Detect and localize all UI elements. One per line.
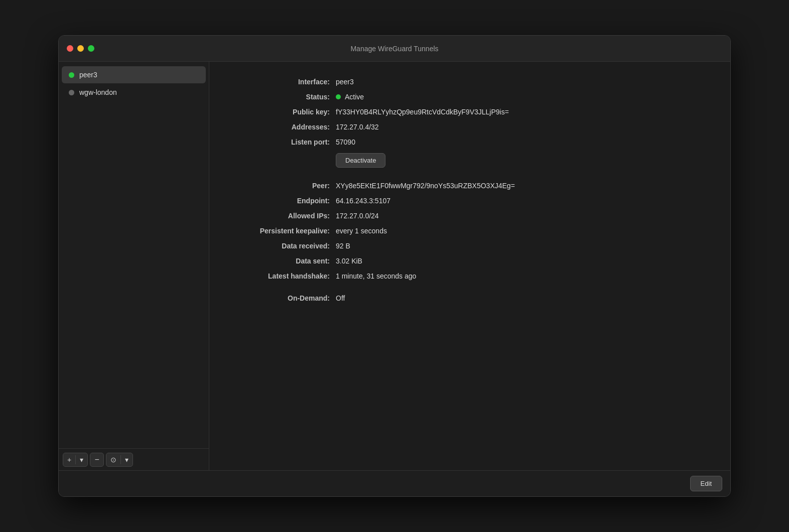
interface-label: Interface: bbox=[229, 78, 330, 86]
datasent-label: Data sent: bbox=[229, 257, 330, 265]
addresses-label: Addresses: bbox=[229, 123, 330, 131]
peer-label: Peer: bbox=[229, 182, 330, 190]
content-area: peer3 wgw-london + ▾ − ⊙ ▾ bbox=[59, 62, 730, 470]
listenport-row: Listen port: 57090 bbox=[229, 138, 710, 146]
latesthandshake-value: 1 minute, 31 seconds ago bbox=[336, 272, 416, 280]
ondemand-section: On-Demand: Off bbox=[229, 294, 710, 302]
latesthandshake-row: Latest handshake: 1 minute, 31 seconds a… bbox=[229, 272, 710, 280]
datareceived-value: 92 B bbox=[336, 242, 350, 250]
action-button-group[interactable]: ⊙ ▾ bbox=[106, 453, 133, 467]
close-button[interactable] bbox=[67, 45, 73, 52]
datareceived-label: Data received: bbox=[229, 242, 330, 250]
ondemand-value: Off bbox=[336, 294, 345, 302]
ondemand-label: On-Demand: bbox=[229, 294, 330, 302]
remove-tunnel-button[interactable]: − bbox=[90, 453, 104, 467]
action-button[interactable]: ⊙ bbox=[106, 453, 120, 466]
window-title: Manage WireGuard Tunnels bbox=[350, 45, 438, 53]
status-dot-active bbox=[69, 72, 74, 78]
peer-row: Peer: XYy8e5EKtE1F0fwwMgr792/9noYs53uRZB… bbox=[229, 182, 710, 190]
allowedips-label: Allowed IPs: bbox=[229, 212, 330, 220]
status-dot-inactive bbox=[69, 90, 74, 95]
endpoint-label: Endpoint: bbox=[229, 197, 330, 205]
interface-section: Interface: peer3 Status: Active Public k… bbox=[229, 78, 710, 168]
deactivate-button[interactable]: Deactivate bbox=[336, 153, 385, 168]
tunnel-list: peer3 wgw-london bbox=[59, 62, 209, 448]
window-controls bbox=[67, 45, 94, 52]
sidebar-item-peer3[interactable]: peer3 bbox=[62, 66, 206, 83]
ondemand-row: On-Demand: Off bbox=[229, 294, 710, 302]
sidebar-item-wgw-london[interactable]: wgw-london bbox=[62, 84, 206, 101]
status-value-container: Active bbox=[336, 93, 364, 101]
persistent-label: Persistent keepalive: bbox=[229, 227, 330, 235]
main-footer: Edit bbox=[59, 470, 730, 496]
status-value: Active bbox=[345, 93, 364, 101]
datareceived-row: Data received: 92 B bbox=[229, 242, 710, 250]
peer-section: Peer: XYy8e5EKtE1F0fwwMgr792/9noYs53uRZB… bbox=[229, 182, 710, 280]
add-button-group[interactable]: + ▾ bbox=[63, 453, 88, 467]
persistent-value: every 1 seconds bbox=[336, 227, 387, 235]
publickey-value: fY33HY0B4RLYyhzQp9eu9RtcVdCdkByF9V3JLLjP… bbox=[336, 108, 509, 116]
add-tunnel-chevron[interactable]: ▾ bbox=[76, 453, 87, 466]
deactivate-row: Deactivate bbox=[229, 153, 710, 168]
edit-button[interactable]: Edit bbox=[690, 476, 722, 491]
listenport-label: Listen port: bbox=[229, 138, 330, 146]
interface-row: Interface: peer3 bbox=[229, 78, 710, 86]
listenport-value: 57090 bbox=[336, 138, 355, 146]
allowedips-row: Allowed IPs: 172.27.0.0/24 bbox=[229, 212, 710, 220]
status-label: Status: bbox=[229, 93, 330, 101]
addresses-value: 172.27.0.4/32 bbox=[336, 123, 379, 131]
endpoint-value: 64.16.243.3:5107 bbox=[336, 197, 390, 205]
sidebar-toolbar: + ▾ − ⊙ ▾ bbox=[59, 448, 209, 470]
status-row: Status: Active bbox=[229, 93, 710, 101]
publickey-row: Public key: fY33HY0B4RLYyhzQp9eu9RtcVdCd… bbox=[229, 108, 710, 116]
minimize-button[interactable] bbox=[77, 45, 84, 52]
detail-panel: Interface: peer3 Status: Active Public k… bbox=[209, 62, 730, 470]
addresses-row: Addresses: 172.27.0.4/32 bbox=[229, 123, 710, 131]
endpoint-row: Endpoint: 64.16.243.3:5107 bbox=[229, 197, 710, 205]
datasent-value: 3.02 KiB bbox=[336, 257, 362, 265]
tunnel-name-peer3: peer3 bbox=[79, 71, 97, 79]
persistent-row: Persistent keepalive: every 1 seconds bbox=[229, 227, 710, 235]
action-chevron[interactable]: ▾ bbox=[121, 453, 133, 466]
latesthandshake-label: Latest handshake: bbox=[229, 272, 330, 280]
allowedips-value: 172.27.0.0/24 bbox=[336, 212, 379, 220]
status-indicator-active bbox=[336, 94, 341, 99]
titlebar: Manage WireGuard Tunnels bbox=[59, 36, 730, 62]
add-tunnel-button[interactable]: + bbox=[63, 453, 75, 466]
sidebar: peer3 wgw-london + ▾ − ⊙ ▾ bbox=[59, 62, 209, 470]
tunnel-name-wgw-london: wgw-london bbox=[79, 88, 117, 96]
peer-value: XYy8e5EKtE1F0fwwMgr792/9noYs53uRZBX5O3XJ… bbox=[336, 182, 515, 190]
maximize-button[interactable] bbox=[88, 45, 94, 52]
datasent-row: Data sent: 3.02 KiB bbox=[229, 257, 710, 265]
interface-value: peer3 bbox=[336, 78, 354, 86]
publickey-label: Public key: bbox=[229, 108, 330, 116]
main-window: Manage WireGuard Tunnels peer3 wgw-londo… bbox=[58, 35, 731, 497]
